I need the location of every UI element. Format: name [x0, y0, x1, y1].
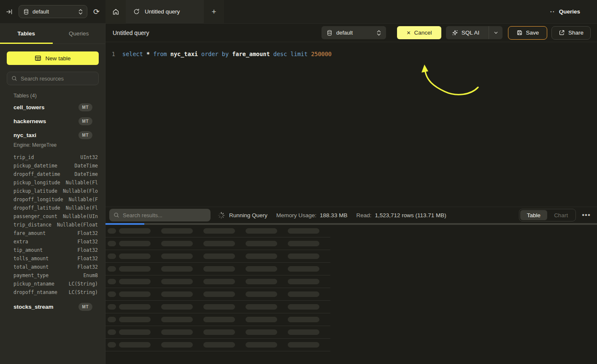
tab-label: Untitled query [145, 8, 180, 15]
column-name: pickup_ntaname [14, 281, 54, 287]
queries-link[interactable]: Queries [559, 8, 580, 15]
skeleton-cell [203, 304, 235, 310]
column-row: total_amountFloat32 [14, 263, 98, 271]
sql-ai-label: SQL AI [462, 30, 479, 36]
skeleton-cell [108, 291, 116, 297]
column-row: fare_amountFloat32 [14, 229, 98, 237]
column-row: dropoff_ntanameLC(String) [14, 288, 98, 297]
skeleton-cell [203, 279, 235, 284]
skeleton-cell [108, 253, 116, 259]
collapse-sidebar-icon[interactable] [6, 8, 13, 15]
column-row: payment_typeEnum8 [14, 271, 98, 280]
skeleton-cell [119, 329, 151, 335]
sql-token: fare_amount [232, 51, 270, 57]
sidebar-search[interactable] [7, 72, 99, 85]
sql-token [219, 51, 222, 57]
skeleton-row [105, 263, 330, 275]
main-panel: Untitled query default ✕ Cancel [105, 24, 597, 364]
column-row: trip_distanceNullable(Float [14, 221, 98, 229]
skeleton-cell [119, 228, 151, 234]
skeleton-cell [203, 241, 235, 246]
sql-ai-dropdown[interactable] [489, 26, 502, 39]
skeleton-cell [246, 291, 277, 297]
column-name: pickup_longitude [14, 180, 60, 186]
column-type: DateTime [75, 163, 98, 169]
skeleton-cell [246, 266, 277, 272]
new-table-label: New table [45, 55, 70, 62]
share-button[interactable]: Share [551, 26, 591, 40]
sql-token: desc [273, 51, 287, 57]
engine-badge: MT [78, 303, 92, 311]
sql-token: 250000 [311, 51, 332, 57]
new-table-button[interactable]: New table [7, 51, 99, 65]
skeleton-cell [161, 253, 193, 259]
skeleton-row [105, 275, 330, 288]
skeleton-cell [288, 228, 319, 234]
results-search[interactable] [109, 209, 211, 221]
table-row-hackernews[interactable]: hackernewsMT [7, 114, 98, 128]
skeleton-cell [288, 317, 319, 322]
column-name: tolls_amount [14, 256, 49, 262]
table-row-cell_towers[interactable]: cell_towersMT [7, 100, 98, 114]
refresh-icon[interactable]: ⟳ [93, 7, 100, 16]
sparkle-icon [452, 30, 458, 36]
column-row: pickup_longitudeNullable(Fl [14, 178, 98, 187]
skeleton-row [105, 313, 330, 326]
database-selector[interactable]: default [19, 5, 87, 18]
sql-editor[interactable]: 1 select * from nyc_taxi order by fare_a… [105, 42, 597, 207]
view-toggle-chart[interactable]: Chart [547, 210, 575, 220]
table-row-stocks_stream[interactable]: stocks_streamMT [7, 300, 98, 314]
skeleton-cell [161, 241, 193, 246]
column-type: Enum8 [83, 272, 98, 278]
query-progress-bar [105, 223, 597, 225]
sidebar-tab-queries[interactable]: Queries [53, 24, 105, 43]
column-type: Nullable(F [69, 197, 98, 202]
sql-token [308, 51, 311, 57]
sql-ai-main[interactable]: SQL AI [446, 26, 485, 39]
column-row: pickup_latitudeNullable(Flo [14, 187, 98, 195]
skeleton-cell [108, 266, 116, 272]
sql-token: select [122, 51, 143, 57]
tab-home[interactable] [105, 0, 126, 23]
search-resources-input[interactable] [21, 75, 95, 82]
skeleton-row [105, 237, 330, 250]
tab-spinner-icon [133, 8, 140, 15]
column-row: tip_amountFloat32 [14, 246, 98, 254]
column-row: dropoff_datetimeDateTime [14, 170, 98, 178]
table-row-nyc_taxi[interactable]: nyc_taxiMT [7, 128, 98, 142]
share-icon [559, 30, 565, 36]
more-options-icon[interactable]: ••• [582, 211, 591, 219]
skeleton-cell [161, 228, 193, 234]
query-progress-fill [105, 223, 144, 225]
skeleton-cell [288, 241, 319, 246]
skeleton-cell [203, 266, 235, 272]
save-button[interactable]: Save [508, 26, 547, 40]
skeleton-cell [246, 228, 277, 234]
line-number: 1 [105, 50, 115, 59]
skeleton-cell [161, 342, 193, 348]
search-results-input[interactable] [123, 212, 206, 218]
column-row: trip_idUInt32 [14, 153, 98, 162]
table-name: cell_towers [14, 104, 45, 111]
new-tab-button[interactable]: + [204, 0, 224, 23]
column-name: pickup_datetime [14, 163, 57, 169]
database-selector-value: default [32, 8, 75, 15]
query-database-value: default [336, 30, 373, 36]
column-type: Float32 [78, 247, 98, 253]
tab-untitled-query[interactable]: Untitled query [126, 0, 204, 23]
results-toolbar: Running Query Memory Usage: 188.33 MB Re… [105, 207, 597, 223]
skeleton-cell [119, 317, 151, 322]
skeleton-cell [161, 279, 193, 284]
tables-section-label: Tables (4) [7, 93, 98, 99]
view-toggle-table[interactable]: Table [520, 210, 547, 220]
sql-token [143, 51, 146, 57]
query-database-selector[interactable]: default [321, 26, 386, 39]
skeleton-cell [203, 342, 235, 348]
sidebar-tab-tables[interactable]: Tables [0, 24, 53, 43]
cancel-button[interactable]: ✕ Cancel [397, 26, 441, 39]
sql-ai-button[interactable]: SQL AI [446, 26, 502, 39]
skeleton-cell [203, 329, 235, 335]
column-type: Nullable(Fl [66, 180, 98, 186]
column-list: trip_idUInt32pickup_datetimeDateTimedrop… [7, 153, 98, 297]
skeleton-cell [288, 329, 319, 335]
